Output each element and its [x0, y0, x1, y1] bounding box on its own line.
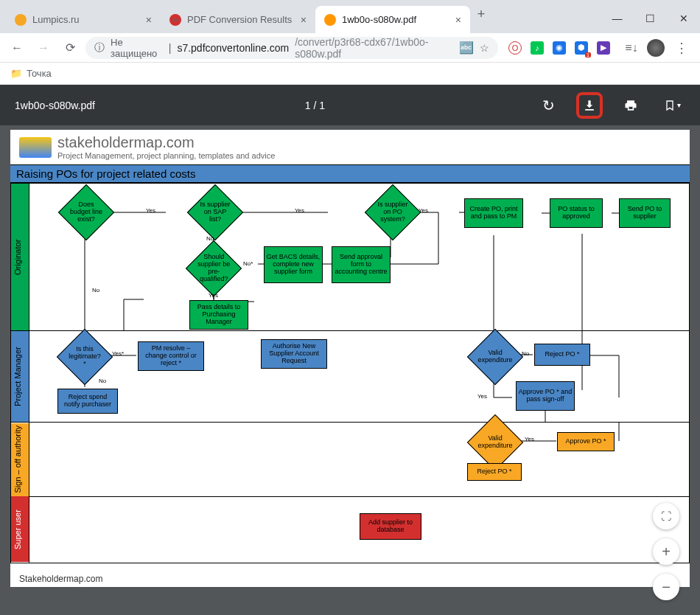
- doc-footer: Stakeholdermap.com: [19, 574, 102, 584]
- ext-icon-badge[interactable]: ⬢1: [575, 41, 588, 55]
- tab-title: Lumpics.ru: [32, 14, 140, 25]
- pdf-page-indicator: 1 / 1: [95, 100, 535, 111]
- bookmark-button[interactable]: ▾: [659, 92, 685, 119]
- download-button[interactable]: [576, 92, 603, 119]
- node-send-approval: Send approval form to accounting centre: [332, 246, 391, 283]
- lumpics-favicon: [15, 14, 27, 26]
- node-auth-new: Authorise New Supplier Account Request: [261, 339, 327, 369]
- node-budget-exist: Does budget line exist?: [58, 184, 114, 240]
- separator: |: [169, 42, 172, 54]
- node-legitimate: Is this legitimate? *: [57, 329, 113, 385]
- node-pass-purchasing: Pass details to Purchasing Manager: [189, 300, 248, 330]
- pdf-page: stakeholdermap.com Project Management, p…: [10, 130, 690, 587]
- doc-tagline: Project Management, project planning, te…: [57, 151, 275, 160]
- zoom-controls: ⛶ + −: [653, 503, 679, 600]
- bookmarks-bar: 📁 Точка: [0, 63, 700, 85]
- bookmark-item[interactable]: Точка: [27, 68, 52, 79]
- lane-signoff-body: Valid expenditure Yes Approve PO * Rejec…: [29, 423, 690, 497]
- translate-icon[interactable]: 🔤: [459, 41, 474, 55]
- node-po-status: PO status to approved: [550, 198, 603, 228]
- close-icon[interactable]: ×: [146, 14, 152, 26]
- tab-pdf-file[interactable]: 1wb0o-s080w.pdf ×: [315, 6, 470, 33]
- doc-header: stakeholdermap.com Project Management, p…: [10, 130, 690, 164]
- reading-list-icon[interactable]: ≡↓: [620, 37, 643, 59]
- node-po-system: Is supplier on PO system?: [365, 184, 421, 240]
- menu-button[interactable]: ⋮: [669, 40, 694, 56]
- stakeholder-logo: [19, 137, 52, 158]
- minimize-button[interactable]: —: [601, 7, 634, 29]
- tab-lumpics[interactable]: Lumpics.ru ×: [6, 6, 161, 33]
- star-icon[interactable]: ☆: [480, 42, 489, 54]
- print-button[interactable]: [617, 92, 644, 119]
- lane-super: Super user: [11, 496, 29, 563]
- node-valid-pm: Valid expenditure: [467, 329, 523, 385]
- node-create-po: Create PO, print and pass to PM: [464, 198, 523, 228]
- node-bacs: Get BACS details, complete new supplier …: [264, 246, 323, 283]
- node-sap-list: Is supplier on SAP list?: [187, 184, 243, 240]
- ext-icon-purple[interactable]: ▶: [597, 41, 610, 55]
- lane-originator-body: Does budget line exist? Yes No Is suppli…: [29, 184, 690, 331]
- opera-icon[interactable]: O: [508, 41, 522, 55]
- reload-button[interactable]: ⟳: [59, 37, 81, 59]
- bookmark-icon: [664, 99, 676, 112]
- node-send-po: Send PO to supplier: [619, 198, 671, 228]
- lane-signoff: Sign – off authority: [11, 423, 29, 497]
- rotate-button[interactable]: ↻: [535, 92, 561, 119]
- lane-originator: Originator: [11, 184, 29, 331]
- lane-super-body: Add supplier to database: [29, 496, 690, 563]
- folder-icon: 📁: [10, 68, 22, 79]
- info-icon: ⓘ: [94, 41, 105, 55]
- forward-button[interactable]: →: [32, 37, 55, 59]
- lane-pm-body: Is this legitimate? * Yes* No PM resolve…: [29, 331, 690, 423]
- url-host: s7.pdfconvertonline.com: [177, 42, 289, 54]
- back-button[interactable]: ←: [6, 37, 28, 59]
- node-pm-resolve: PM resolve – change control or reject *: [138, 341, 204, 371]
- browser-titlebar: Lumpics.ru × PDF PDF Conversion Results …: [0, 0, 700, 33]
- swimlane-diagram: Originator Does budget line exist? Yes: [10, 183, 690, 563]
- new-tab-button[interactable]: +: [470, 7, 492, 22]
- tab-title: PDF Conversion Results: [187, 14, 295, 25]
- fit-button[interactable]: ⛶: [653, 503, 679, 529]
- profile-avatar[interactable]: [647, 39, 665, 57]
- chart-title: Raising POs for project related costs: [10, 164, 690, 183]
- ext-icon-blue[interactable]: ◉: [553, 41, 566, 55]
- node-approve-po-so: Approve PO *: [557, 432, 615, 451]
- node-valid-so: Valid expenditure: [467, 414, 523, 470]
- address-bar-row: ← → ⟳ ⓘ Не защищено | s7.pdfconvertonlin…: [0, 33, 700, 63]
- security-label: Не защищено: [111, 37, 163, 59]
- close-icon[interactable]: ×: [301, 14, 307, 26]
- node-add-supplier: Add supplier to database: [360, 513, 421, 540]
- doc-brand: stakeholdermap.com: [57, 134, 275, 151]
- node-prequal: Should supplier be pre-qualified?: [186, 240, 242, 296]
- pdf-filename: 1wb0o-s080w.pdf: [15, 100, 95, 111]
- node-reject-po-so: Reject PO *: [467, 463, 522, 481]
- zoom-out-button[interactable]: −: [653, 574, 679, 600]
- address-bar[interactable]: ⓘ Не защищено | s7.pdfconvertonline.com/…: [85, 37, 498, 59]
- url-path: /convert/p3r68-cdx67/1wb0o-s080w.pdf: [295, 36, 447, 60]
- download-icon: [582, 98, 597, 113]
- node-reject-spend: Reject spend notify purchaser: [57, 389, 118, 414]
- window-controls: — ☐ ✕: [601, 0, 700, 29]
- node-approve-po-pm: Approve PO * and pass sign-off: [516, 381, 575, 411]
- extensions: O ♪ ◉ ⬢1 ▶: [503, 41, 616, 55]
- pdf-toolbar: 1wb0o-s080w.pdf 1 / 1 ↻ ▾: [0, 85, 700, 125]
- tab-title: 1wb0o-s080w.pdf: [342, 14, 449, 25]
- ext-icon-green[interactable]: ♪: [531, 41, 544, 55]
- close-icon[interactable]: ×: [455, 14, 461, 26]
- file-favicon: [324, 14, 336, 26]
- node-reject-po-pm: Reject PO *: [534, 344, 590, 366]
- close-button[interactable]: ✕: [667, 7, 700, 29]
- zoom-in-button[interactable]: +: [653, 538, 679, 565]
- lane-pm: Project Manager: [11, 331, 29, 423]
- pdf-viewport[interactable]: stakeholdermap.com Project Management, p…: [0, 125, 700, 615]
- tab-pdf-conversion[interactable]: PDF PDF Conversion Results ×: [161, 6, 315, 33]
- print-icon: [623, 98, 638, 113]
- maximize-button[interactable]: ☐: [634, 7, 667, 29]
- pdf-favicon: PDF: [169, 14, 181, 26]
